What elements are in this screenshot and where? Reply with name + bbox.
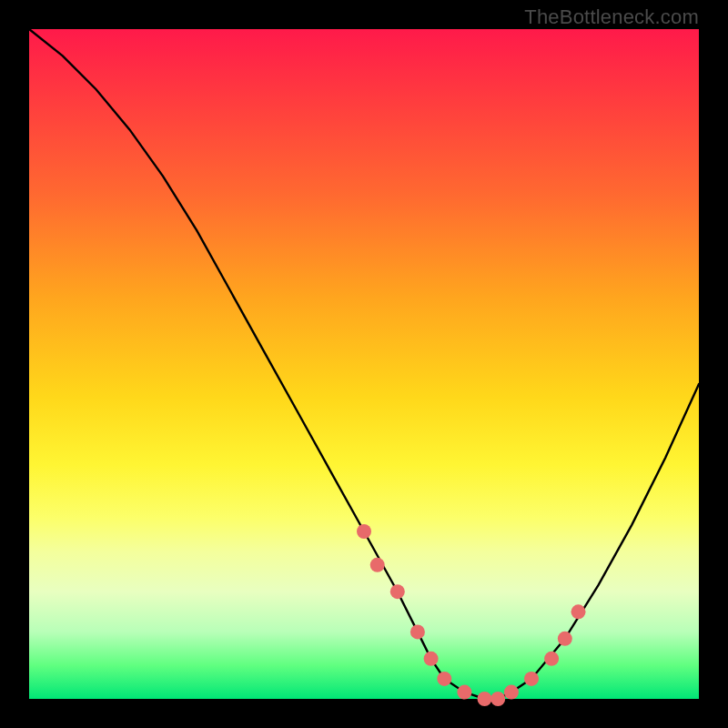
highlight-point [457,685,471,700]
highlight-point [410,624,425,639]
highlight-points [357,524,586,706]
highlight-point [504,685,519,700]
highlight-point [370,558,385,572]
watermark-text: TheBottleneck.com [524,5,699,29]
chart-frame: TheBottleneck.com [0,0,728,728]
highlight-point [524,672,539,686]
bottleneck-curve [29,29,699,699]
highlight-point [357,524,371,539]
curve-svg [29,29,699,699]
highlight-point [478,692,492,706]
highlight-point [544,652,559,666]
highlight-point [490,692,505,706]
highlight-point [424,652,439,666]
highlight-point [390,584,405,599]
highlight-point [437,672,451,686]
highlight-point [558,632,572,646]
highlight-point [571,604,586,619]
plot-area [29,29,699,699]
